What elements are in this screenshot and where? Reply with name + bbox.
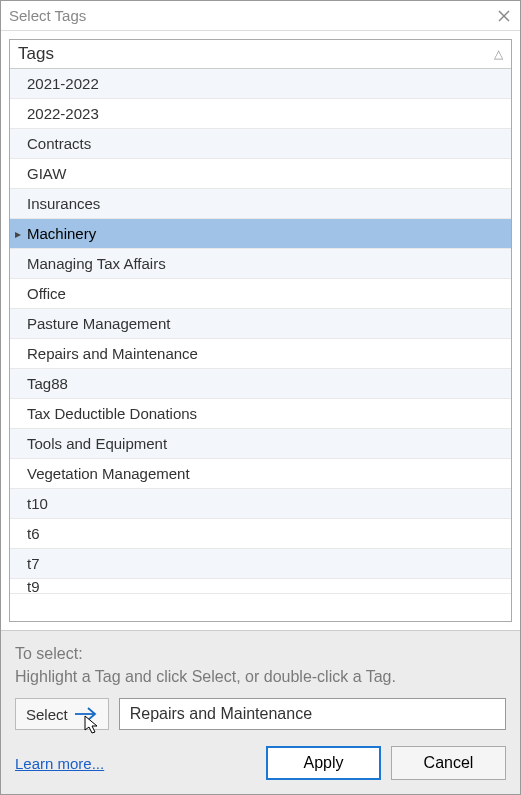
selected-tag-field[interactable]: Repairs and Maintenance	[119, 698, 506, 730]
select-button[interactable]: Select	[15, 698, 109, 730]
tag-cell: Office	[25, 285, 511, 302]
table-row[interactable]: GIAW	[10, 159, 511, 189]
apply-button[interactable]: Apply	[266, 746, 381, 780]
tag-cell: Insurances	[25, 195, 511, 212]
arrow-right-icon	[74, 706, 98, 722]
tag-cell: t9	[25, 579, 511, 594]
tag-cell: Managing Tax Affairs	[25, 255, 511, 272]
tag-cell: t7	[25, 555, 511, 572]
window-title: Select Tags	[9, 7, 86, 24]
hint-text: To select: Highlight a Tag and click Sel…	[15, 643, 506, 688]
tag-cell: Tag88	[25, 375, 511, 392]
list-body[interactable]: 2021-20222022-2023ContractsGIAWInsurance…	[10, 69, 511, 621]
select-button-label: Select	[26, 706, 68, 723]
tag-cell: GIAW	[25, 165, 511, 182]
table-row[interactable]: 2021-2022	[10, 69, 511, 99]
tag-cell: Contracts	[25, 135, 511, 152]
close-icon[interactable]	[496, 8, 512, 24]
tag-cell: t10	[25, 495, 511, 512]
cancel-button[interactable]: Cancel	[391, 746, 506, 780]
hint-body: Highlight a Tag and click Select, or dou…	[15, 666, 506, 688]
table-row[interactable]: Tax Deductible Donations	[10, 399, 511, 429]
tag-cell: Machinery	[25, 225, 511, 242]
table-row[interactable]: t6	[10, 519, 511, 549]
table-row[interactable]: Vegetation Management	[10, 459, 511, 489]
tags-list: Tags △ 2021-20222022-2023ContractsGIAWIn…	[9, 39, 512, 622]
tag-cell: Repairs and Maintenance	[25, 345, 511, 362]
action-row: Learn more... Apply Cancel	[15, 746, 506, 780]
tag-cell: t6	[25, 525, 511, 542]
select-row: Select Repairs and Maintenance	[15, 698, 506, 730]
table-row[interactable]: Insurances	[10, 189, 511, 219]
hint-title: To select:	[15, 643, 506, 665]
tag-cell: 2022-2023	[25, 105, 511, 122]
button-group: Apply Cancel	[266, 746, 506, 780]
select-tags-dialog: Select Tags Tags △ 2021-20222022-2023Con…	[0, 0, 521, 795]
table-row[interactable]: ▸Machinery	[10, 219, 511, 249]
table-row[interactable]: Tag88	[10, 369, 511, 399]
tag-cell: Tools and Equipment	[25, 435, 511, 452]
tag-cell: 2021-2022	[25, 75, 511, 92]
table-row[interactable]: Repairs and Maintenance	[10, 339, 511, 369]
table-row[interactable]: Managing Tax Affairs	[10, 249, 511, 279]
tag-cell: Tax Deductible Donations	[25, 405, 511, 422]
sort-icon: △	[494, 47, 503, 61]
titlebar: Select Tags	[1, 1, 520, 31]
table-row[interactable]: Office	[10, 279, 511, 309]
selected-tag-value: Repairs and Maintenance	[130, 705, 312, 723]
table-row[interactable]: Contracts	[10, 129, 511, 159]
column-header[interactable]: Tags △	[10, 40, 511, 69]
bottom-panel: To select: Highlight a Tag and click Sel…	[1, 630, 520, 794]
table-row[interactable]: t9	[10, 579, 511, 594]
tag-cell: Pasture Management	[25, 315, 511, 332]
column-header-label: Tags	[18, 44, 54, 64]
table-row[interactable]: Tools and Equipment	[10, 429, 511, 459]
table-row[interactable]: Pasture Management	[10, 309, 511, 339]
table-row[interactable]: t10	[10, 489, 511, 519]
table-row[interactable]: 2022-2023	[10, 99, 511, 129]
tag-cell: Vegetation Management	[25, 465, 511, 482]
row-indicator-icon: ▸	[10, 227, 25, 241]
table-row[interactable]: t7	[10, 549, 511, 579]
learn-more-link[interactable]: Learn more...	[15, 755, 104, 772]
